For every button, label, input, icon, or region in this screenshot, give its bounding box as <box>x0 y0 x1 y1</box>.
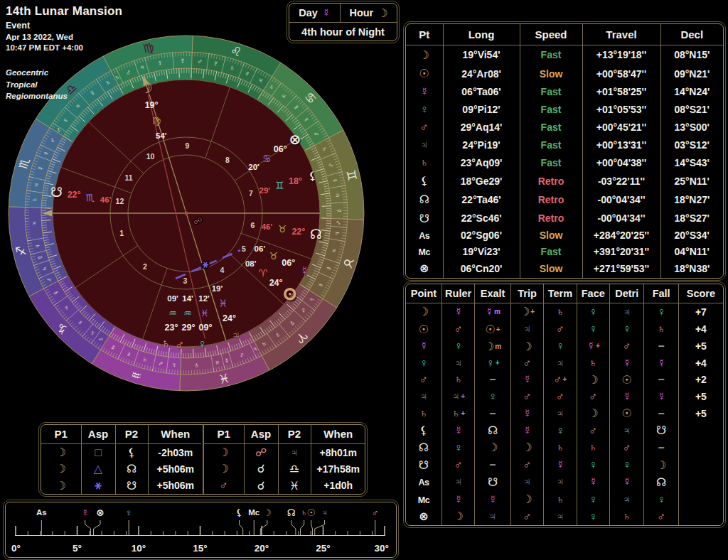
planet-icon: ♄ <box>406 154 443 172</box>
degree-ruler-panel: 0°5°10°15°20°25°30°As☿⊗♀⚸Mc☽☊♄☉♃♂ <box>5 502 397 558</box>
planet-icon: ☿ <box>406 83 443 101</box>
aspect-icon: △ <box>81 461 115 477</box>
col-header: Asp <box>81 425 115 443</box>
dignity-cell: ☊ <box>475 422 510 439</box>
aspect-row: ☽☌♎+17h58m <box>204 461 365 477</box>
svg-text:♃: ♃ <box>29 220 38 227</box>
svg-text:12: 12 <box>116 197 124 205</box>
dignity-cell: ♀ <box>577 490 609 507</box>
astrology-app: ♈♃♀☿♂♄♉♀☿♃♄♂♊☿♃♀♂♄♋♂♀☿♃♄♌♃♀♄☿♂♍☿♀♃♂♄♎♄☿♃… <box>0 0 728 560</box>
chart-date: Apr 13 2022, Wed <box>6 33 122 41</box>
svg-text:3: 3 <box>183 276 188 285</box>
longitude: 09°Pi12' <box>443 101 520 119</box>
dignity-row: ♃♃+♀♂♂♂☿☿+5 <box>406 389 723 405</box>
score: +4 <box>678 321 723 338</box>
svg-text:☿: ☿ <box>300 264 309 278</box>
dignity-cell: ♀ <box>610 321 644 338</box>
travel: +13°19'18'' <box>582 45 660 65</box>
dignity-cell: ♀ <box>475 389 510 405</box>
dignity-cell: ☉ <box>610 371 644 388</box>
svg-text:♍: ♍ <box>152 115 161 126</box>
svg-text:♂: ♂ <box>197 57 203 66</box>
speed: Retro <box>520 172 582 190</box>
point-icon: ♂ <box>406 371 441 388</box>
point-icon: ⚸ <box>406 422 441 439</box>
aspect-when: +5h06m <box>148 478 203 494</box>
dignity-cell: ☿ <box>544 456 577 473</box>
dignity-cell: ☽ <box>577 404 609 421</box>
day-ruler-cell[interactable]: Day ☿ <box>289 4 341 22</box>
col-header: Point <box>406 284 441 303</box>
dignity-cell: ☽ <box>510 490 543 507</box>
setting-geocentric: Geocentric <box>6 68 122 79</box>
travel: +284°20'25'' <box>582 227 660 243</box>
dignity-cell: ☿ <box>441 303 474 321</box>
score: +5 <box>678 389 723 405</box>
svg-text:♓: ♓ <box>200 308 209 318</box>
dignity-cell: ♂ <box>510 508 543 525</box>
dignity-cell: ☿+ <box>577 338 609 355</box>
svg-text:10: 10 <box>146 152 155 161</box>
dignity-cell: ☽m <box>475 338 510 355</box>
col-header: Term <box>544 284 577 303</box>
svg-text:♂: ♂ <box>372 507 379 518</box>
svg-text:06°: 06° <box>282 258 295 268</box>
speed: Fast <box>520 101 582 119</box>
longitude: 06°Ta06' <box>443 83 520 101</box>
aspect-row: ☽☍♃+8h01m <box>204 443 365 461</box>
dignity-cell: ♀ <box>577 303 609 321</box>
score <box>678 456 723 473</box>
score <box>678 490 723 507</box>
col-header: P2 <box>278 425 311 443</box>
svg-text:09': 09' <box>167 294 178 303</box>
col-header: Fall <box>644 284 678 303</box>
svg-text:♂: ♂ <box>334 220 343 226</box>
p2-icon: ☋ <box>115 478 148 494</box>
aspect-icon: ☌ <box>244 478 278 494</box>
travel: +00°58'47'' <box>582 65 660 83</box>
svg-text:4: 4 <box>220 266 225 274</box>
travel: +00°04'38'' <box>582 154 660 172</box>
aspect-when: +1d0h <box>311 478 365 494</box>
svg-text:22°: 22° <box>291 227 305 237</box>
planet-row: ♂29°Aq14'Fast+00°45'21''13°S00' <box>406 119 723 136</box>
hour-ruler-icon: ☽ <box>378 6 387 20</box>
planetary-hour-text: 4th hour of Night <box>289 23 397 41</box>
planet-icon: ☉ <box>406 65 443 83</box>
hour-ruler-cell[interactable]: Hour ☽ <box>341 4 397 22</box>
dignity-cell: ♀ <box>610 456 644 473</box>
planet-row: ☿06°Ta06'Fast+01°58'25''14°N24' <box>406 83 723 101</box>
longitude: 22°Ta46' <box>443 190 520 209</box>
planet-row: As02°Sg06'Slow+284°20'25''20°S34' <box>406 227 723 243</box>
dignity-row: ☿♀☽m☽♀☿+♂–+5 <box>406 338 723 355</box>
dignity-cell: ☉ <box>610 404 644 421</box>
aspect-row: ☽△☊+5h06m <box>41 461 203 477</box>
travel: -00°04'34'' <box>582 190 660 209</box>
dignity-cell: ♂ <box>510 355 543 371</box>
col-header: Trip <box>510 284 543 303</box>
dignity-cell: ♄ <box>644 321 678 338</box>
svg-text:20': 20' <box>248 163 259 171</box>
dignity-cell: ☋ <box>475 473 510 490</box>
svg-text:♃: ♃ <box>321 507 328 518</box>
aspects-table: P1AspP2When☽☍♃+8h01m☽☌♎+17h58m♂☌♓+1d0h <box>204 425 365 494</box>
travel: +271°59'53'' <box>582 259 660 278</box>
longitude: 24°Pi19' <box>443 136 520 154</box>
dignity-row: ☊♀☽☽♄♄♂– <box>406 439 723 456</box>
svg-text:♒: ♒ <box>183 308 192 318</box>
declination: 18°S27' <box>660 209 723 227</box>
p2-icon: ♃ <box>278 443 311 461</box>
p1-icon: ☽ <box>41 478 81 494</box>
dignity-cell: ☽ <box>510 338 543 355</box>
svg-text:♂: ♂ <box>175 338 185 352</box>
col-header: Detri <box>610 284 644 303</box>
dignity-cell: ☿ <box>644 355 678 371</box>
aspect-icon: □ <box>81 443 115 461</box>
aspect-when: +5h06m <box>148 461 203 477</box>
dignity-cell: ♂ <box>544 321 577 338</box>
svg-text:♀: ♀ <box>198 337 208 351</box>
point-icon: ☉ <box>406 321 441 338</box>
dignity-cell: ♃ <box>610 490 644 507</box>
aspect-icon: ☌ <box>244 461 278 477</box>
dignity-cell: ☿ <box>441 422 474 439</box>
